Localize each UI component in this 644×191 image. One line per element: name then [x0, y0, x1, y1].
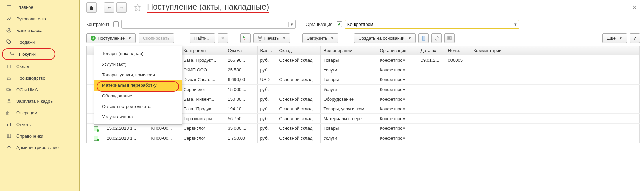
table-row[interactable]: 15.02.2013 1...КП00-00...Сервислог35 000…: [87, 123, 640, 133]
dropdown-item[interactable]: Товары, услуги, комиссия: [94, 69, 182, 80]
sidebar-item-label: Администрирование: [16, 145, 59, 150]
column-header[interactable]: Сумма: [225, 46, 257, 55]
favorite-button[interactable]: [133, 3, 142, 12]
contractor-input[interactable]: [122, 22, 288, 27]
receipt-button[interactable]: + Поступление ▼: [86, 33, 136, 43]
cell: [471, 94, 640, 104]
copy-button[interactable]: Скопировать: [139, 33, 174, 43]
cell: руб.: [257, 55, 276, 65]
column-header[interactable]: Склад: [276, 46, 320, 55]
sidebar-item-warehouse[interactable]: Склад: [0, 61, 79, 72]
column-header[interactable]: Организация: [377, 46, 418, 55]
find-clear-button[interactable]: ✕: [218, 33, 228, 43]
cell: Конфетпром: [377, 94, 418, 104]
sidebar-item-label: Справочники: [16, 133, 43, 139]
sidebar-item-label: Продажи: [16, 39, 35, 45]
sidebar-item-sales[interactable]: Продажи: [0, 36, 79, 48]
print-button[interactable]: Печать ▼: [253, 33, 290, 43]
cell: 150 00...: [225, 94, 257, 104]
dropdown-item[interactable]: Услуги (акт): [94, 59, 182, 69]
book-icon: [6, 133, 12, 139]
dtkt-button[interactable]: ДтКт: [240, 33, 251, 43]
cell: [471, 133, 640, 143]
svg-text:Дт: Дт: [243, 36, 245, 38]
home-icon: [89, 5, 94, 10]
sidebar-item-label: Отчеты: [16, 122, 32, 127]
sidebar: Главное Руководителю ₽ Банк и касса Прод…: [0, 0, 80, 191]
forward-button[interactable]: →: [116, 2, 127, 13]
help-button[interactable]: ?: [630, 33, 640, 43]
org-combo[interactable]: ▾: [345, 20, 519, 29]
list-button[interactable]: [444, 33, 455, 43]
cell: 15 000,...: [225, 84, 257, 94]
cell: Сервислог: [181, 84, 225, 94]
svg-rect-11: [7, 124, 8, 126]
attach-button[interactable]: [431, 33, 442, 43]
cell: [471, 84, 640, 94]
sidebar-item-manager[interactable]: Руководителю: [0, 13, 79, 25]
cell: Основной склад: [276, 55, 320, 65]
column-header[interactable]: Контрагент: [181, 46, 225, 55]
more-button[interactable]: Еще ▼: [602, 33, 627, 43]
cell: Товары, услуги, ком...: [320, 104, 377, 114]
column-header[interactable]: Вид операции: [320, 46, 377, 55]
truck-icon: [6, 87, 12, 92]
contractor-combo[interactable]: ▾: [121, 20, 296, 29]
cell: Материалы в пере...: [320, 114, 377, 124]
cell: [418, 84, 445, 94]
column-header[interactable]: Вал...: [257, 46, 276, 55]
ruble-icon: ₽: [6, 28, 12, 33]
sidebar-item-purchases[interactable]: Покупки: [2, 48, 55, 60]
load-button[interactable]: Загрузить ▼: [302, 33, 338, 43]
more-label: Еще: [607, 36, 616, 41]
svg-text:Кт: Кт: [6, 113, 9, 115]
back-button[interactable]: ←: [104, 2, 114, 13]
sidebar-item-bank[interactable]: ₽ Банк и касса: [0, 25, 79, 36]
sidebar-item-label: Покупки: [19, 52, 36, 57]
dropdown-item[interactable]: Товары (накладная): [94, 48, 182, 59]
sidebar-item-admin[interactable]: Администрирование: [0, 142, 79, 153]
home-button[interactable]: [86, 2, 97, 13]
cell: руб.: [257, 104, 276, 114]
dropdown-item[interactable]: Материалы в переработку: [94, 80, 182, 91]
sidebar-item-dictionaries[interactable]: Справочники: [0, 130, 79, 142]
find-button[interactable]: Найти...: [190, 33, 215, 43]
sidebar-item-operations[interactable]: ДтКт Операции: [0, 107, 79, 118]
sidebar-item-salary[interactable]: Зарплата и кадры: [0, 95, 79, 107]
chevron-down-icon[interactable]: ▾: [288, 22, 295, 27]
close-button[interactable]: ✕: [629, 2, 640, 13]
document-icon: [94, 136, 98, 141]
menu-icon: [6, 4, 12, 10]
dropdown-item[interactable]: Оборудование: [94, 91, 182, 101]
sidebar-item-label: Банк и касса: [16, 28, 43, 33]
org-checkbox[interactable]: [337, 21, 342, 27]
dtkt-icon: ДтКт: [243, 36, 248, 41]
chevron-down-icon: ▼: [282, 36, 286, 40]
column-header[interactable]: Дата вх.: [418, 46, 445, 55]
table-row[interactable]: 20.02.2013 1...КП00-00...Сервислог1 750,…: [87, 133, 640, 143]
cell: [471, 114, 640, 124]
sidebar-item-assets[interactable]: ОС и НМА: [0, 84, 79, 95]
sidebar-item-production[interactable]: Производство: [0, 72, 79, 84]
contractor-checkbox[interactable]: [113, 21, 119, 27]
create-on-label: Создать на основании: [358, 36, 404, 41]
dropdown-item[interactable]: Объекты строительства: [94, 101, 182, 112]
cell: руб.: [257, 123, 276, 133]
sidebar-item-main[interactable]: Главное: [0, 1, 79, 13]
dropdown-item[interactable]: Услуги лизинга: [94, 112, 182, 122]
cell: 35 000,...: [225, 123, 257, 133]
cell: [445, 133, 471, 143]
svg-point-8: [8, 99, 10, 101]
sidebar-item-reports[interactable]: Отчеты: [0, 118, 79, 130]
doc1-button[interactable]: [418, 33, 429, 43]
cell: [445, 114, 471, 124]
column-header[interactable]: Комментарий: [471, 46, 640, 55]
org-input[interactable]: [345, 22, 512, 27]
chevron-down-icon[interactable]: ▾: [512, 22, 519, 27]
cell: Конфетпром: [377, 104, 418, 114]
svg-point-15: [8, 146, 10, 148]
column-header[interactable]: Номе...: [445, 46, 471, 55]
sidebar-item-label: ОС и НМА: [16, 87, 38, 92]
create-on-button[interactable]: Создать на основании ▼: [354, 33, 416, 43]
cell: Основной склад: [276, 104, 320, 114]
